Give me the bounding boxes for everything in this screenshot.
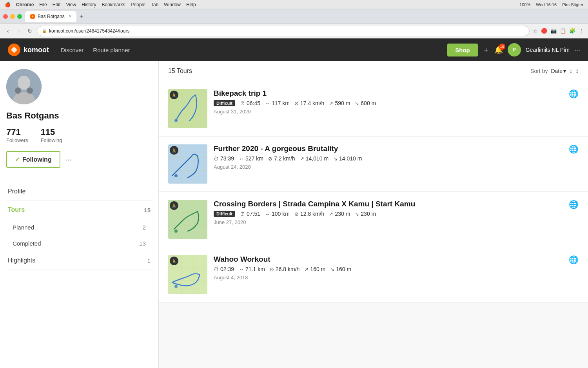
chrome-menu-icon[interactable]: ⋮ [579,28,584,34]
maximize-window-btn[interactable] [17,14,22,19]
add-btn[interactable]: ＋ [483,45,490,55]
tour-date: August 24, 2020 [214,164,563,170]
bike-type-icon: 🚴 [170,146,178,155]
people-menu[interactable]: People [131,2,145,7]
url-text: komoot.com/user/248417543424/tours [49,28,129,34]
discover-link[interactable]: Discover [61,47,83,53]
tour-title: Further 2020 - A gorgeous Brutality [214,144,563,153]
tour-ascent: ↗ 160 m [304,266,325,272]
svg-point-22 [174,230,178,233]
notifications-btn[interactable]: 🔔 15 [494,46,503,54]
tour-stats-row: ⏱ 73:39 ↔ 527 km ⊘ 7.2 km/h ↗ 14,010 m [214,155,563,162]
bookmarks-menu[interactable]: Bookmarks [102,2,125,7]
window-controls[interactable] [3,14,22,19]
file-menu[interactable]: File [39,2,47,7]
route-planner-link[interactable]: Route planner [93,47,130,53]
tour-stats-row: Difficult ⏱ 06:45 ↔ 117 km ⊘ 17.4 km/h [214,100,563,106]
view-menu[interactable]: View [66,2,76,7]
sort-desc-icon[interactable]: ↕ [575,67,579,75]
bike-type-icon: 🚴 [170,91,178,99]
planned-label: Planned [13,224,34,231]
more-options-btn[interactable]: ··· [65,155,72,164]
clock: Wed 16:16 [536,2,557,7]
highlights-count: 1 [147,257,151,264]
descent-icon: ↘ [330,266,334,272]
profile-menu-label: Profile [8,188,25,195]
komoot-logo[interactable]: komoot [8,44,49,56]
ascent-icon: ↗ [329,211,333,217]
active-tab[interactable]: k Bas Rotgans ✕ [25,11,76,22]
tour-card[interactable]: 🚴 Wahoo Workout ⏱ [159,247,588,302]
sidebar-item-highlights[interactable]: Highlights 1 [6,251,152,270]
tour-time: ⏱ 07:51 [240,211,260,217]
extension-icon-3[interactable]: 📋 [560,28,566,34]
planned-count: 2 [143,224,146,231]
star-icon[interactable]: ☆ [533,28,538,34]
distance-icon: ↔ [265,100,270,106]
tour-globe-btn[interactable]: 🌐 [569,255,579,264]
back-btn[interactable]: ‹ [4,28,12,34]
nav-links: Discover Route planner [61,47,447,53]
following-button[interactable]: ✓ Following [6,151,60,168]
tour-globe-btn[interactable]: 🌐 [569,200,579,209]
tour-time: ⏱ 73:39 [214,155,234,162]
ascent-icon: ↗ [329,100,333,106]
followers-stat: 771 Followers [6,127,28,143]
tour-ascent: ↗ 590 m [329,100,350,106]
sidebar-item-completed[interactable]: Completed 13 [6,235,152,251]
extension-icon-1[interactable]: 🔴 [541,28,547,34]
profile-stats: 771 Followers 115 Following [6,127,152,143]
sort-value[interactable]: Date ▾ [551,68,566,74]
tab-favicon: k [30,14,35,19]
content-header: 15 Tours Sort by Date ▾ ↕ ↕ [159,61,588,81]
tour-speed: ⊘ 17.4 km/h [294,100,324,106]
new-tab-btn[interactable]: + [80,13,83,20]
sort-asc-icon[interactable]: ↕ [569,67,572,75]
history-menu[interactable]: History [82,2,96,7]
help-menu[interactable]: Help [186,2,196,7]
sort-area: Sort by Date ▾ ↕ ↕ [530,67,579,75]
logo-icon [8,44,20,56]
tour-card[interactable]: 🚴 Further 2020 - A gorgeous Brutality [159,137,588,192]
nav-more-btn[interactable]: ··· [574,46,580,54]
main-layout: Bas Rotgans 771 Followers 115 Following … [0,61,588,368]
sort-by-label: Sort by [530,68,548,74]
sidebar-item-profile[interactable]: Profile [6,182,152,201]
address-bar[interactable]: 🔒 komoot.com/user/248417543424/tours [37,26,530,36]
tab-menu[interactable]: Tab [151,2,158,7]
extension-icon-2[interactable]: 📷 [550,28,557,34]
shop-button[interactable]: Shop [447,44,478,56]
svg-point-3 [15,87,21,94]
tour-title: Wahoo Workout [214,255,563,264]
sidebar-item-tours[interactable]: Tours 15 [6,201,152,219]
tour-speed: ⊘ 26.8 km/h [270,266,299,272]
sort-chevron-icon: ▾ [563,68,566,74]
sidebar-item-planned[interactable]: Planned 2 [6,219,152,235]
tour-globe-btn[interactable]: 🌐 [569,144,579,154]
komoot-navbar: komoot Discover Route planner Shop ＋ 🔔 1… [0,38,588,61]
minimize-window-btn[interactable] [10,14,15,19]
tour-card[interactable]: 🚴 Bikepack trip 1 Difficult ⏱ [159,81,588,137]
window-menu[interactable]: Window [164,2,181,7]
tour-map: 🚴 [168,255,207,294]
tour-globe-btn[interactable]: 🌐 [569,89,579,98]
descent-icon: ↘ [355,211,359,217]
close-window-btn[interactable] [3,14,8,19]
sidebar: Bas Rotgans 771 Followers 115 Following … [0,61,159,368]
extensions-btn[interactable]: 🧩 [569,28,575,34]
tour-title: Crossing Borders | Strada Campina X Kamu… [214,200,563,208]
user-display-name[interactable]: Gearlimits NL Pim [526,47,570,53]
tour-speed: ⊘ 12.8 km/h [294,211,324,217]
chrome-menu[interactable]: Chrome [16,2,34,7]
speed-icon: ⊘ [294,100,299,106]
refresh-btn[interactable]: ↻ [26,28,34,34]
close-tab-btn[interactable]: ✕ [69,14,72,18]
tour-stats-row: ⏱ 02:39 ↔ 71.1 km ⊘ 26.8 km/h ↗ 160 m [214,266,563,272]
bike-type-icon: 🚴 [170,201,178,210]
tour-info: Bikepack trip 1 Difficult ⏱ 06:45 ↔ 117 … [214,89,563,115]
apple-menu[interactable]: 🍎 [5,2,11,7]
edit-menu[interactable]: Edit [53,2,61,7]
user-avatar[interactable]: P [508,43,521,56]
forward-btn[interactable]: › [15,28,23,34]
tour-card[interactable]: 🚴 Crossing Borders | Strada Campina X Ka… [159,192,588,247]
